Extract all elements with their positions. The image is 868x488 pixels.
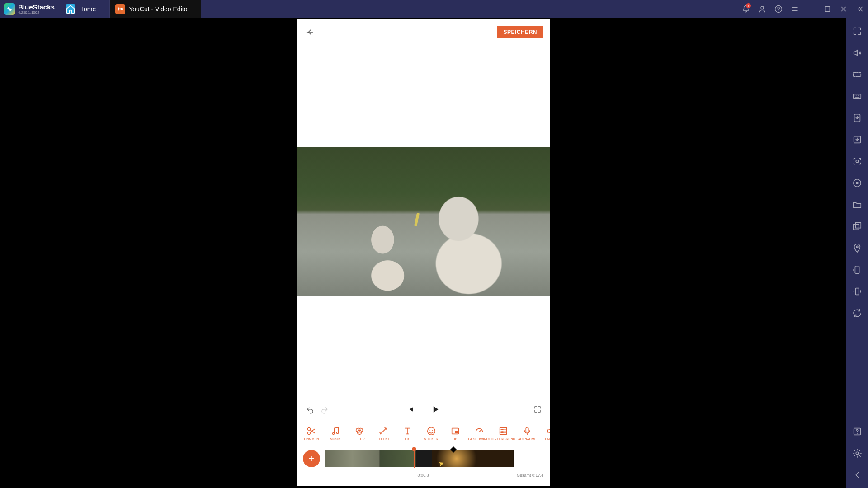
location-icon[interactable] (852, 243, 862, 253)
tool-speed[interactable]: GESCHWINDI (467, 426, 491, 441)
folder-icon[interactable] (852, 200, 862, 210)
notification-badge: 3 (746, 3, 751, 8)
svg-point-11 (856, 182, 859, 184)
tool-speed-label: GESCHWINDI (468, 437, 490, 441)
tab-home[interactable]: Home (60, 0, 110, 18)
svg-rect-6 (854, 94, 861, 98)
settings-icon[interactable] (852, 448, 862, 458)
pip-icon (450, 426, 460, 436)
save-button[interactable]: SPEICHERN (497, 26, 543, 38)
rotate-icon[interactable] (852, 265, 862, 275)
emoji-icon (426, 426, 436, 436)
volume-mute-icon[interactable] (852, 48, 862, 58)
tool-filter[interactable]: FILTER (347, 426, 371, 441)
emulator-stage: SPEICHERN (0, 18, 846, 488)
tool-sticker[interactable]: STICKER (419, 426, 443, 441)
collapse-sidebar-button[interactable] (852, 0, 868, 18)
fullscreen-icon[interactable] (852, 26, 862, 36)
filter-icon (354, 426, 364, 436)
preview-fullscreen-button[interactable] (533, 405, 542, 415)
tool-pip-label: BB (453, 437, 458, 441)
current-time: 0:06.8 (417, 473, 429, 478)
playback-controls (297, 398, 550, 422)
total-time: Gesamt 0:17.4 (517, 473, 543, 478)
undo-button[interactable] (305, 405, 316, 416)
bluestacks-logo-icon (4, 3, 15, 15)
tool-record-label: AUFNAHME (518, 437, 537, 441)
tool-strip: TRIMMEN MUSIK FILTER EFFEKT TEXT (297, 422, 550, 444)
music-note-icon (330, 426, 340, 436)
maximize-button[interactable] (819, 0, 835, 18)
redo-button[interactable] (319, 405, 330, 416)
back-button[interactable] (303, 25, 316, 39)
clip-2[interactable] (380, 450, 416, 467)
bluestacks-sidebar (846, 18, 868, 488)
playhead[interactable] (414, 449, 415, 468)
youcut-app: SPEICHERN (297, 19, 550, 486)
tool-music-label: MUSIK (330, 437, 340, 441)
faq-icon[interactable] (852, 427, 862, 436)
sync-icon[interactable] (852, 308, 862, 318)
multi-instance-icon[interactable] (852, 221, 862, 231)
tab-youcut[interactable]: ✂ YouCut - Video Edito (110, 0, 201, 18)
tool-volume-label: LAUTST (545, 437, 550, 441)
close-button[interactable] (835, 0, 852, 18)
svg-point-18 (856, 452, 859, 455)
svg-point-21 (332, 433, 334, 435)
tool-background-label: HINTERGRUND (491, 437, 515, 441)
clip-track[interactable]: ➤ (326, 450, 544, 467)
keyboard-icon[interactable] (852, 91, 862, 101)
tool-trim[interactable]: TRIMMEN (299, 426, 323, 441)
svg-rect-13 (855, 223, 861, 228)
scissors-icon (307, 426, 316, 436)
time-indicators: 0:06.8 Gesamt 0:17.4 (297, 473, 550, 482)
tab-strip: Home ✂ YouCut - Video Edito (60, 0, 202, 18)
minimize-button[interactable] (803, 0, 819, 18)
android-back-icon[interactable] (852, 470, 862, 480)
svg-point-2 (761, 6, 764, 9)
svg-rect-12 (854, 224, 859, 230)
mic-icon (522, 426, 532, 436)
svg-rect-15 (855, 266, 859, 274)
tool-music[interactable]: MUSIK (323, 426, 347, 441)
tool-text[interactable]: TEXT (395, 426, 419, 441)
install-apk-icon[interactable] (852, 113, 862, 123)
tool-trim-label: TRIMMEN (303, 437, 319, 441)
add-clip-button[interactable]: + (303, 450, 320, 467)
timeline[interactable]: + ➤ (297, 444, 550, 473)
video-preview[interactable] (297, 46, 550, 398)
tool-sticker-label: STICKER (424, 437, 439, 441)
tool-filter-label: FILTER (354, 437, 365, 441)
previous-frame-button[interactable] (406, 405, 415, 416)
notifications-button[interactable]: 3 (738, 0, 754, 18)
wand-icon (378, 426, 388, 436)
keymap-icon[interactable] (852, 70, 862, 80)
tool-record[interactable]: AUFNAHME (515, 426, 539, 441)
tab-youcut-label: YouCut - Video Edito (129, 5, 187, 13)
account-button[interactable] (754, 0, 770, 18)
app-header: SPEICHERN (297, 19, 550, 46)
tool-effect[interactable]: EFFEKT (371, 426, 395, 441)
clip-1[interactable] (326, 450, 380, 467)
menu-button[interactable] (787, 0, 803, 18)
bluestacks-titlebar: BlueStacks 4.280.1.1002 Home ✂ YouCut - … (0, 0, 868, 18)
tool-pip[interactable]: BB (443, 426, 467, 441)
shake-icon[interactable] (852, 286, 862, 296)
svg-point-26 (427, 427, 435, 435)
tool-text-label: TEXT (403, 437, 411, 441)
logo-text: BlueStacks (18, 4, 55, 10)
macro-icon[interactable] (852, 178, 862, 188)
bluestacks-logo: BlueStacks 4.280.1.1002 (0, 3, 58, 15)
youcut-app-icon: ✂ (115, 4, 125, 14)
tool-background[interactable]: HINTERGRUND (491, 426, 515, 441)
play-button[interactable] (431, 405, 440, 416)
svg-rect-30 (526, 427, 529, 432)
screenshot-save-icon[interactable] (852, 135, 862, 145)
svg-point-14 (856, 246, 858, 248)
svg-rect-16 (855, 288, 859, 295)
tool-volume[interactable]: LAUTST (539, 426, 550, 441)
clip-gap[interactable] (416, 450, 432, 467)
help-button[interactable] (770, 0, 787, 18)
screenshot-icon[interactable] (852, 156, 862, 166)
text-icon (402, 426, 412, 436)
